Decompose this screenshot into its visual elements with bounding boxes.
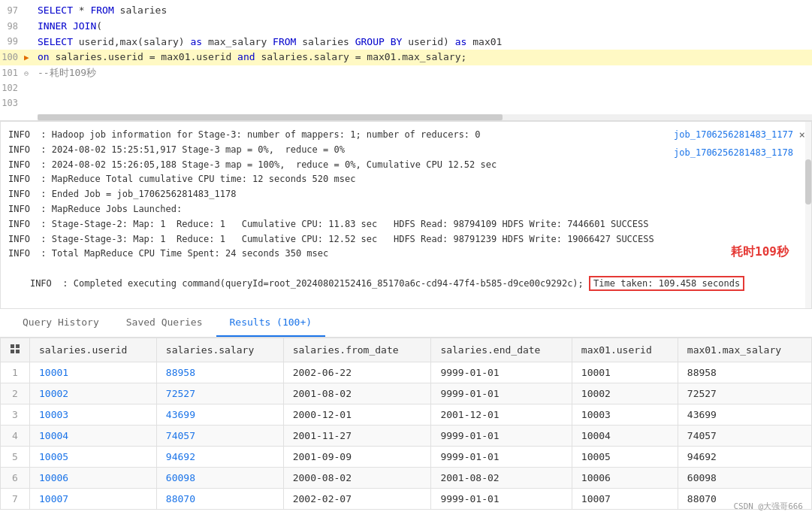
tab-query-history[interactable]: Query History (9, 309, 113, 337)
code-line-99: 99 SELECT userid,max(salary) as max_sala… (0, 35, 812, 50)
time-taken-highlight: Time taken: 109.458 seconds (589, 276, 744, 291)
cell-userid: 10002 (30, 383, 157, 404)
log-line-4: INFO : MapReduce Total cumulative CPU ti… (8, 172, 804, 187)
code-line-97: 97 SELECT * FROM salaries (0, 3, 812, 19)
cell-max_salary: 88958 (678, 362, 811, 383)
svg-rect-0 (11, 344, 14, 348)
table-header-row: salaries.userid salaries.salary salaries… (1, 338, 812, 362)
cell-salary: 60098 (156, 467, 283, 488)
col-max-userid: max01.userid (572, 338, 678, 362)
table-row: 710007880702002-02-079999-01-01100078807… (1, 488, 812, 509)
code-lines: 97 SELECT * FROM salaries 98 INNER JOIN(… (0, 0, 812, 114)
col-end-date: salaries.end_date (431, 338, 572, 362)
cell-max_salary: 72527 (678, 383, 811, 404)
col-salary: salaries.salary (156, 338, 283, 362)
cell-max_userid: 10001 (572, 362, 678, 383)
cell-userid: 10005 (30, 446, 157, 467)
tab-saved-queries[interactable]: Saved Queries (113, 309, 216, 337)
cell-end_date: 2001-08-02 (431, 467, 572, 488)
table-row: 510005946922001-09-099999-01-01100059469… (1, 446, 812, 467)
cell-from_date: 2002-02-07 (283, 488, 431, 509)
svg-rect-2 (11, 350, 14, 353)
cell-max_salary: 74057 (678, 425, 811, 446)
cell-salary: 88070 (156, 488, 283, 509)
table-row: 410004740572001-11-279999-01-01100047405… (1, 425, 812, 446)
cell-max_salary: 43699 (678, 404, 811, 425)
job-link-1[interactable]: job_1706256281483_1177 (674, 128, 793, 143)
results-section: salaries.userid salaries.salary salaries… (0, 338, 812, 510)
log-line-8: INFO : Stage-Stage-3: Map: 1 Reduce: 1 C… (8, 232, 804, 247)
table-row: 610006600982000-08-022001-08-02100066009… (1, 467, 812, 488)
cell-max_userid: 10004 (572, 425, 678, 446)
cell-userid: 10006 (30, 467, 157, 488)
tabs-bar: Query History Saved Queries Results (100… (0, 309, 812, 338)
cell-from_date: 2002-06-22 (283, 362, 431, 383)
log-line-6: INFO : MapReduce Jobs Launched: (8, 202, 804, 217)
cell-userid: 10004 (30, 425, 157, 446)
code-line-101: 101 ⊖ --耗时109秒 (0, 65, 812, 81)
row-number: 7 (1, 488, 30, 509)
svg-rect-1 (16, 344, 20, 348)
cell-from_date: 2000-12-01 (283, 404, 431, 425)
col-max-salary: max01.max_salary (678, 338, 811, 362)
log-line-11: INFO : OK (8, 307, 804, 309)
cell-max_userid: 10007 (572, 488, 678, 509)
col-from-date: salaries.from_date (283, 338, 431, 362)
cell-salary: 43699 (156, 404, 283, 425)
cell-userid: 10001 (30, 362, 157, 383)
cell-from_date: 2001-09-09 (283, 446, 431, 467)
cell-max_userid: 10006 (572, 467, 678, 488)
time-annotation: 耗时109秒 (731, 242, 789, 262)
row-number: 3 (1, 404, 30, 425)
cell-salary: 72527 (156, 383, 283, 404)
cell-end_date: 9999-01-01 (431, 425, 572, 446)
log-line-5: INFO : Ended Job = job_1706256281483_117… (8, 187, 804, 202)
table-row: 310003436992000-12-012001-12-01100034369… (1, 404, 812, 425)
close-log-button[interactable]: × (799, 126, 805, 144)
cell-userid: 10003 (30, 404, 157, 425)
table-row: 110001889582002-06-229999-01-01100018895… (1, 362, 812, 383)
cell-max_salary: 94692 (678, 446, 811, 467)
cell-salary: 94692 (156, 446, 283, 467)
row-number: 1 (1, 362, 30, 383)
code-editor: 97 SELECT * FROM salaries 98 INNER JOIN(… (0, 0, 812, 121)
results-table: salaries.userid salaries.salary salaries… (0, 338, 812, 510)
code-line-98: 98 INNER JOIN( (0, 19, 812, 35)
row-number: 6 (1, 467, 30, 488)
cell-end_date: 9999-01-01 (431, 383, 572, 404)
cell-end_date: 9999-01-01 (431, 446, 572, 467)
table-body: 110001889582002-06-229999-01-01100018895… (1, 362, 812, 509)
cell-from_date: 2001-11-27 (283, 425, 431, 446)
log-output: job_1706256281483_1177 job_1706256281483… (0, 121, 812, 309)
cell-from_date: 2001-08-02 (283, 383, 431, 404)
table-row: 210002725272001-08-029999-01-01100027252… (1, 383, 812, 404)
cell-salary: 88958 (156, 362, 283, 383)
grid-icon[interactable] (10, 345, 20, 356)
code-line-102: 102 (0, 81, 812, 96)
cell-end_date: 9999-01-01 (431, 488, 572, 509)
cell-end_date: 2001-12-01 (431, 404, 572, 425)
job-link-2[interactable]: job_1706256281483_1178 (674, 146, 793, 161)
watermark: CSDN @大强哥666 (733, 501, 803, 510)
cell-max_userid: 10005 (572, 446, 678, 467)
cell-userid: 10007 (30, 488, 157, 509)
log-line-10: INFO : Completed executing command(query… (8, 262, 804, 306)
svg-rect-3 (16, 350, 20, 353)
cell-from_date: 2000-08-02 (283, 467, 431, 488)
code-line-103: 103 (0, 96, 812, 111)
cell-max_userid: 10003 (572, 404, 678, 425)
row-number: 5 (1, 446, 30, 467)
cell-salary: 74057 (156, 425, 283, 446)
row-number: 2 (1, 383, 30, 404)
log-line-9: INFO : Total MapReduce CPU Time Spent: 2… (8, 247, 804, 262)
code-line-100: 100 ▶ on salaries.userid = max01.userid … (0, 50, 812, 65)
tab-results[interactable]: Results (100+) (216, 309, 326, 337)
horizontal-scrollbar[interactable] (38, 114, 812, 120)
row-number: 4 (1, 425, 30, 446)
col-userid: salaries.userid (30, 338, 157, 362)
cell-max_userid: 10002 (572, 383, 678, 404)
cell-max_salary: 60098 (678, 467, 811, 488)
cell-end_date: 9999-01-01 (431, 362, 572, 383)
log-scrollbar[interactable] (805, 122, 811, 308)
col-toolbar (1, 338, 30, 362)
